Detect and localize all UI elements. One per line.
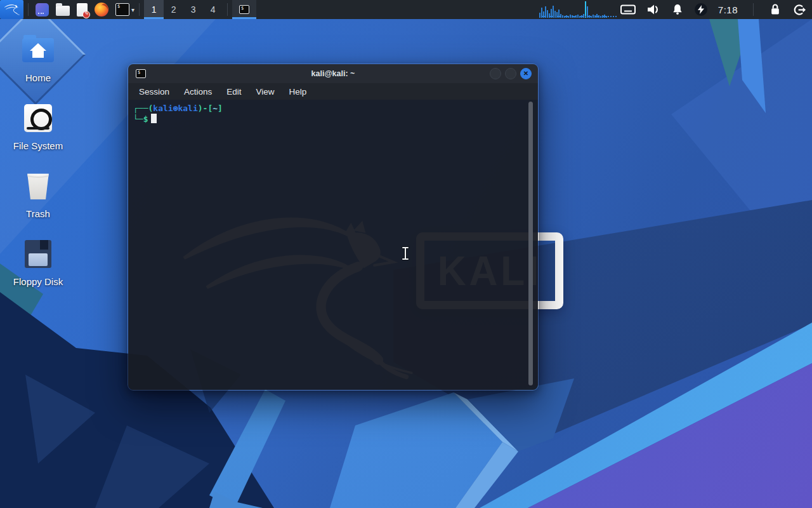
terminal-icon (239, 5, 249, 14)
graph-bar (553, 6, 554, 18)
graph-bar (554, 11, 556, 18)
window-title: kali@kali: ~ (128, 69, 538, 78)
desktop-settings-launcher[interactable] (36, 0, 49, 19)
text-editor-launcher[interactable] (77, 0, 88, 19)
graph-bar (577, 15, 579, 18)
workspace-4[interactable]: 4 (203, 0, 223, 19)
terminal-window: kali@kali: ~ ✕ Session Actions Edit View… (128, 64, 539, 391)
graph-bar (589, 15, 590, 18)
launcher-row: ▾ (36, 0, 134, 19)
desktop-icon-label: File System (13, 140, 63, 151)
graph-bar (594, 15, 596, 18)
menu-actions[interactable]: Actions (184, 87, 212, 97)
firefox-icon (95, 3, 108, 17)
graph-bar (564, 16, 565, 18)
trash-bin-icon (25, 173, 51, 199)
graph-bar (549, 13, 550, 18)
graph-bar (547, 10, 548, 18)
terminal-cursor (151, 114, 157, 123)
graph-bar (543, 11, 544, 18)
graph-bar (593, 15, 594, 18)
prompt-line-1: ┌──(kali⊛kali)-[~] (133, 103, 533, 114)
terminal-launcher[interactable]: ▾ (115, 0, 134, 19)
graph-bar (606, 16, 607, 18)
menu-help[interactable]: Help (289, 87, 307, 97)
kali-logo-icon (4, 2, 20, 17)
graph-bar (587, 6, 588, 18)
graph-bar (604, 15, 605, 18)
menu-session[interactable]: Session (139, 87, 169, 97)
applications-menu-button[interactable] (0, 0, 23, 19)
desktop-icon-label: Home (25, 72, 51, 83)
graph-bar (598, 15, 599, 18)
menu-view[interactable]: View (256, 87, 275, 97)
graph-bar (602, 15, 603, 18)
prompt-line-2: └─$ (133, 114, 533, 124)
graph-bar (566, 15, 567, 18)
graph-bar (596, 14, 598, 18)
maximize-button[interactable] (505, 68, 516, 79)
power-manager-icon[interactable] (695, 3, 707, 16)
firefox-launcher[interactable] (95, 0, 108, 19)
workspace-switcher: 1 2 3 4 (144, 0, 223, 19)
clock[interactable]: 7:18 (718, 4, 738, 15)
top-panel: ▾ 1 2 3 4 (0, 0, 812, 19)
graph-bar (575, 15, 577, 18)
close-button[interactable]: ✕ (520, 68, 532, 79)
graph-bar (570, 15, 571, 18)
ibeam-mouse-cursor (400, 246, 410, 261)
graph-bar (600, 16, 601, 18)
floppy-disk-icon (25, 240, 51, 268)
graph-bar (562, 15, 563, 18)
system-tray: 7:18 (620, 3, 806, 17)
minimize-button[interactable] (490, 68, 501, 79)
window-titlebar[interactable]: kali@kali: ~ ✕ (128, 64, 538, 83)
panel-separator (753, 3, 754, 16)
workspace-3[interactable]: 3 (183, 0, 203, 19)
graph-bar (551, 9, 552, 18)
desktop-icon-column: Home File System Trash Floppy Disk (8, 30, 69, 302)
graph-bar (556, 12, 558, 18)
text-editor-icon (77, 3, 88, 17)
terminal-scrollbar[interactable] (528, 102, 533, 385)
terminal-icon (115, 3, 129, 16)
system-monitor-graph[interactable] (539, 1, 610, 18)
desktop-screen: KALI ▾ 1 2 3 4 (0, 0, 812, 508)
chevron-down-icon[interactable]: ▾ (131, 6, 134, 13)
graph-bar (581, 15, 582, 18)
workspace-2[interactable]: 2 (164, 0, 183, 19)
desktop-icon-label: Floppy Disk (13, 276, 63, 287)
desktop-icon-label: Trash (26, 208, 50, 219)
graph-bar (583, 14, 584, 18)
graph-bar (541, 8, 542, 18)
graph-bar (539, 13, 540, 18)
panel-separator (139, 3, 140, 16)
file-manager-icon (56, 6, 70, 16)
desktop-icon-trash[interactable]: Trash (8, 166, 69, 234)
desktop-icon-floppy-disk[interactable]: Floppy Disk (8, 234, 69, 302)
graph-bar (572, 15, 573, 18)
graph-bar (558, 10, 560, 18)
desktop-icon-home[interactable]: Home (8, 30, 69, 98)
graph-bar (579, 16, 580, 18)
menu-edit[interactable]: Edit (226, 87, 241, 97)
file-manager-launcher[interactable] (56, 0, 70, 19)
desktop-icon-file-system[interactable]: File System (8, 98, 69, 166)
graph-bar (545, 6, 546, 18)
desktop-settings-icon (36, 3, 49, 17)
notifications-bell-icon[interactable] (671, 3, 684, 16)
taskbar-terminal-window-button[interactable] (232, 0, 256, 19)
terminal-content[interactable]: ┌──(kali⊛kali)-[~] └─$ (128, 100, 538, 390)
workspace-1[interactable]: 1 (144, 0, 164, 19)
keyboard-icon[interactable] (620, 4, 636, 15)
volume-icon[interactable] (646, 3, 660, 16)
window-buttons: ✕ (490, 68, 532, 79)
graph-bar (573, 16, 575, 18)
file-system-drive-icon (24, 104, 52, 132)
panel-separator (227, 3, 228, 16)
panel-separator (28, 3, 29, 16)
logout-icon[interactable] (792, 3, 806, 17)
home-folder-icon (22, 38, 54, 62)
graph-bar (560, 14, 561, 18)
lock-screen-icon[interactable] (769, 3, 782, 16)
